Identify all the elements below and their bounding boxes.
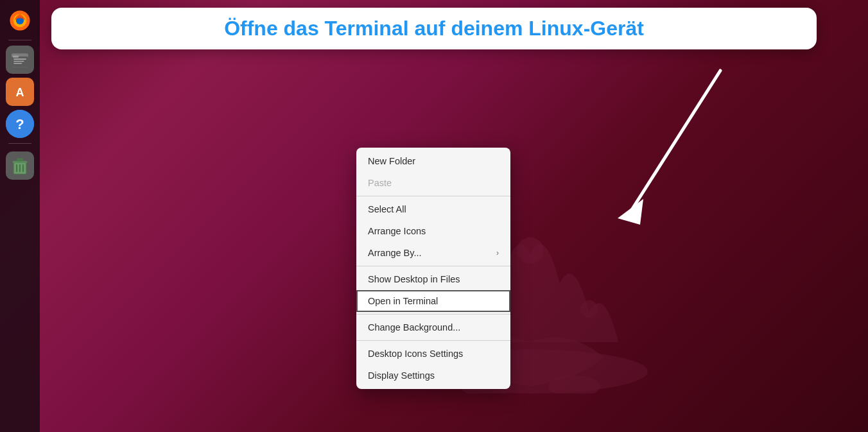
menu-item-show-desktop-in-files[interactable]: Show Desktop in Files	[356, 268, 510, 290]
menu-item-select-all[interactable]: Select All	[356, 198, 510, 220]
svg-rect-21	[17, 159, 23, 162]
menu-item-paste: Paste	[356, 172, 510, 194]
svg-text:?: ?	[15, 116, 24, 132]
arrow-pointer	[573, 64, 752, 257]
menu-item-desktop-icons-settings[interactable]: Desktop Icons Settings	[356, 343, 510, 365]
svg-point-3	[580, 300, 598, 318]
dock-item-appstore[interactable]: A	[6, 78, 34, 106]
dock-separator-2	[8, 143, 31, 144]
page-title: Öffne das Terminal auf deinem Linux-Gerä…	[71, 17, 797, 40]
title-banner: Öffne das Terminal auf deinem Linux-Gerä…	[51, 8, 817, 49]
svg-marker-26	[618, 199, 643, 225]
menu-separator-4	[356, 340, 510, 341]
svg-rect-14	[13, 63, 22, 64]
dock-separator-1	[8, 40, 31, 40]
svg-point-1	[517, 238, 543, 264]
menu-item-change-background[interactable]: Change Background...	[356, 316, 510, 338]
svg-rect-13	[13, 61, 24, 62]
svg-line-25	[630, 71, 720, 212]
svg-rect-11	[13, 55, 19, 57]
menu-item-arrange-by[interactable]: Arrange By... ›	[356, 242, 510, 264]
menu-item-open-in-terminal[interactable]: Open in Terminal	[356, 290, 510, 312]
menu-item-new-folder[interactable]: New Folder	[356, 150, 510, 172]
menu-separator-3	[356, 314, 510, 315]
submenu-arrow-icon: ›	[496, 248, 499, 257]
svg-rect-12	[13, 58, 26, 60]
dock-item-firefox[interactable]	[6, 6, 34, 35]
menu-separator-1	[356, 196, 510, 196]
dock-item-trash[interactable]	[6, 151, 34, 180]
dock-item-help[interactable]: ?	[6, 110, 34, 138]
menu-separator-2	[356, 266, 510, 266]
context-menu: New Folder Paste Select All Arrange Icon…	[356, 148, 510, 389]
menu-item-arrange-icons[interactable]: Arrange Icons	[356, 220, 510, 242]
desktop: A ? Öffne das Terminal auf deinem Lin	[0, 0, 868, 432]
menu-item-display-settings[interactable]: Display Settings	[356, 365, 510, 386]
dock-item-files[interactable]	[6, 46, 34, 74]
dock: A ?	[0, 0, 40, 432]
svg-text:A: A	[16, 86, 24, 99]
